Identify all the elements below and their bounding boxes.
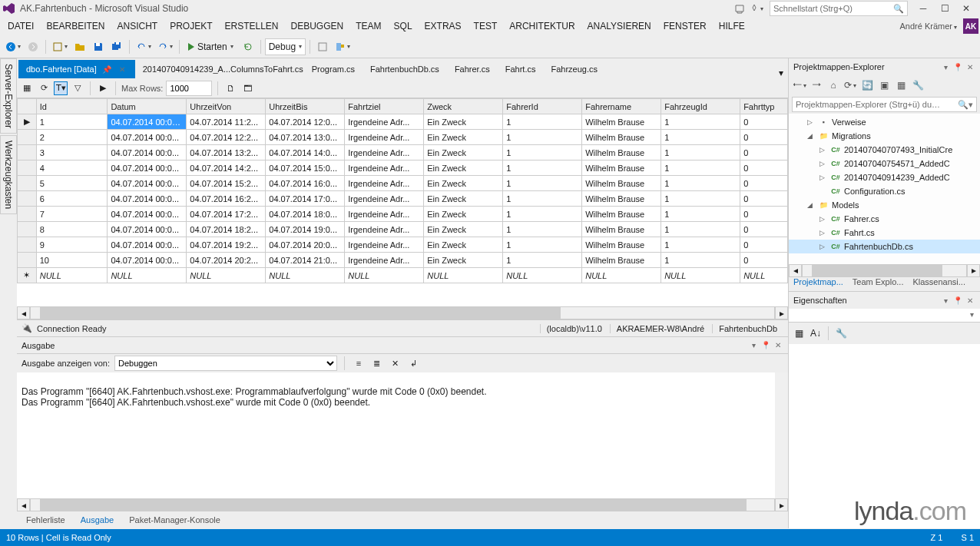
grid-cell[interactable]: 0 xyxy=(740,207,788,222)
menu-extras[interactable]: EXTRAS xyxy=(419,18,468,34)
grid-cell-null[interactable]: NULL xyxy=(187,268,266,283)
prop-categorized-icon[interactable]: ▦ xyxy=(792,326,806,340)
grid-cell-null[interactable]: NULL xyxy=(36,268,108,283)
rtab-team-explorer[interactable]: Team Explo... xyxy=(848,276,909,291)
script-to-file-icon[interactable]: 🗋 xyxy=(223,81,237,95)
grid-cell-null[interactable]: NULL xyxy=(582,268,661,283)
grid-cell[interactable]: 04.07.2014 16:0... xyxy=(266,176,345,191)
grid-cell[interactable]: 1 xyxy=(661,222,740,237)
grid-cell[interactable]: 04.07.2014 20:2... xyxy=(187,253,266,268)
se-showall-icon[interactable]: ▦ xyxy=(893,78,909,93)
grid-cell[interactable]: 5 xyxy=(36,176,108,191)
feedback-icon[interactable] xyxy=(750,2,763,15)
grid-cell[interactable]: 8 xyxy=(36,222,108,237)
doctab-program[interactable]: Program.cs xyxy=(304,60,363,78)
solution-hscroll[interactable]: ◂▸ xyxy=(789,265,980,276)
output-hscroll[interactable]: ◂▸ xyxy=(17,498,788,511)
grid-cell[interactable]: 1 xyxy=(661,207,740,222)
prop-close-icon[interactable]: ✕ xyxy=(965,295,975,306)
nav-back-button[interactable] xyxy=(3,38,23,55)
se-close-icon[interactable]: ✕ xyxy=(965,61,975,72)
grid-cell[interactable]: 04.07.2014 15:0... xyxy=(266,160,345,176)
grid-cell[interactable]: Wilhelm Brause xyxy=(582,160,661,176)
prop-pin-icon[interactable]: 📍 xyxy=(952,295,963,306)
grid-cell[interactable]: 04.07.2014 19:2... xyxy=(187,237,266,253)
grid-cell[interactable]: 04.07.2014 11:2... xyxy=(187,114,266,130)
grid-cell[interactable]: Wilhelm Brause xyxy=(582,253,661,268)
grid-cell-null[interactable]: NULL xyxy=(661,268,740,283)
grid-cell[interactable]: Ein Zweck xyxy=(424,114,503,130)
se-pin-icon[interactable]: 📍 xyxy=(952,61,963,72)
open-file-button[interactable] xyxy=(71,38,88,55)
grid-cell[interactable]: Ein Zweck xyxy=(424,237,503,253)
grid-cell[interactable]: 1 xyxy=(503,191,582,207)
grid-cell[interactable]: 04.07.2014 12:0... xyxy=(266,114,345,130)
grid-cell[interactable]: 1 xyxy=(661,253,740,268)
scroll-right-icon[interactable]: ▸ xyxy=(775,306,788,319)
redo-button[interactable] xyxy=(155,38,175,55)
grid-cell[interactable]: 6 xyxy=(36,191,108,207)
menu-fenster[interactable]: FENSTER xyxy=(657,18,713,34)
row-header[interactable] xyxy=(18,176,37,191)
grid-cell[interactable]: 04.07.2014 13:2... xyxy=(187,145,266,160)
row-header[interactable] xyxy=(18,222,37,237)
out-wrap-icon[interactable]: ↲ xyxy=(407,356,421,370)
row-header[interactable]: ▶ xyxy=(18,114,37,130)
grid-cell[interactable]: Wilhelm Brause xyxy=(582,222,661,237)
grid-cell[interactable]: 04.07.2014 16:2... xyxy=(187,191,266,207)
se-collapse-icon[interactable]: ▣ xyxy=(876,78,892,93)
save-all-button[interactable] xyxy=(108,38,125,55)
tree-node[interactable]: ▷ C# 201407040707493_InitialCre xyxy=(789,143,980,157)
menu-sql[interactable]: SQL xyxy=(388,18,419,34)
toolbox-button-2[interactable] xyxy=(333,38,353,55)
tab-ausgabe[interactable]: Ausgabe xyxy=(73,513,121,527)
tree-node[interactable]: ▷ ▪ Verweise xyxy=(789,115,980,129)
grid-cell[interactable]: Irgendeine Adr... xyxy=(345,114,424,130)
rtab-klassenansicht[interactable]: Klassenansi... xyxy=(908,276,969,291)
se-menu-icon[interactable]: ▾ xyxy=(940,61,951,72)
grid-cell[interactable]: 04.07.2014 14:2... xyxy=(187,160,266,176)
se-fwd-icon[interactable]: ⭢ xyxy=(809,78,824,93)
expander-icon[interactable]: ▷ xyxy=(819,229,827,237)
menu-debuggen[interactable]: DEBUGGEN xyxy=(285,18,350,34)
grid-cell[interactable]: 04.07.2014 00:0... xyxy=(108,176,187,191)
grid-cell[interactable]: Irgendeine Adr... xyxy=(345,145,424,160)
user-avatar[interactable]: AK xyxy=(963,18,978,34)
grid-cell[interactable]: 0 xyxy=(740,160,788,176)
tree-node[interactable]: ▷ C# FahrtenbuchDb.cs xyxy=(789,240,980,253)
grid-cell[interactable]: Ein Zweck xyxy=(424,253,503,268)
close-icon[interactable]: ✕ xyxy=(117,64,127,74)
grid-cell[interactable]: 04.07.2014 13:0... xyxy=(266,130,345,145)
grid-cell-null[interactable]: NULL xyxy=(740,268,788,283)
se-refresh-icon[interactable]: 🔄 xyxy=(859,78,875,93)
rtab-projektmappe[interactable]: Projektmap... xyxy=(789,276,848,291)
grid-cell[interactable]: 04.07.2014 00:00:00 xyxy=(108,114,187,130)
grid-cell[interactable]: 1 xyxy=(661,176,740,191)
tab-fehlerliste[interactable]: Fehlerliste xyxy=(18,513,73,527)
doctab-fahrtenbuchdb[interactable]: FahrtenbuchDb.cs xyxy=(363,60,447,78)
expander-icon[interactable]: ◢ xyxy=(807,132,815,140)
grid-cell[interactable]: Irgendeine Adr... xyxy=(345,207,424,222)
grid-cell[interactable]: 4 xyxy=(36,160,108,176)
notifications-icon[interactable] xyxy=(733,2,747,15)
grid-cell[interactable]: Irgendeine Adr... xyxy=(345,237,424,253)
grid-cell[interactable]: Irgendeine Adr... xyxy=(345,176,424,191)
grid-cell[interactable]: 0 xyxy=(740,130,788,145)
grid-cell[interactable]: 04.07.2014 00:0... xyxy=(108,145,187,160)
menu-projekt[interactable]: PROJEKT xyxy=(164,18,218,34)
row-header[interactable] xyxy=(18,253,37,268)
grid-cell[interactable]: 1 xyxy=(503,145,582,160)
col-header[interactable]: Datum xyxy=(108,99,187,114)
nav-forward-button[interactable] xyxy=(25,38,41,55)
grid-cell[interactable]: Irgendeine Adr... xyxy=(345,130,424,145)
grid-cell[interactable]: 04.07.2014 17:2... xyxy=(187,207,266,222)
col-header[interactable]: Fahrername xyxy=(582,99,661,114)
expander-icon[interactable]: ▷ xyxy=(819,174,827,181)
grid-cell[interactable]: 1 xyxy=(503,222,582,237)
output-menu-icon[interactable]: ▾ xyxy=(748,340,759,351)
grid-cell[interactable]: 04.07.2014 19:0... xyxy=(266,222,345,237)
out-find-icon[interactable]: ≡ xyxy=(352,356,366,370)
grid-cell[interactable]: 10 xyxy=(36,253,108,268)
row-header[interactable] xyxy=(18,160,37,176)
grid-cell[interactable]: 9 xyxy=(36,237,108,253)
